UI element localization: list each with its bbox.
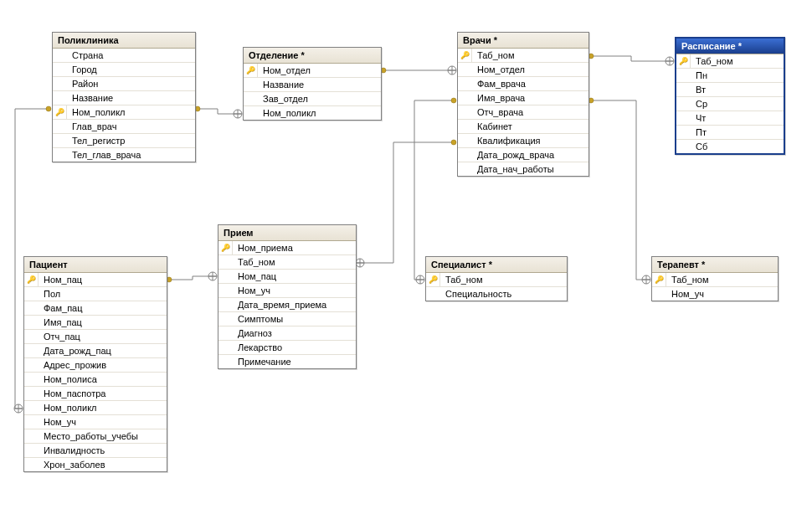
field-name: Дата_время_приема <box>233 298 356 311</box>
table-terapevt[interactable]: Терапевт *🔑Таб_номНом_уч <box>651 256 779 301</box>
field-row[interactable]: Имя_пац <box>24 316 167 330</box>
field-name: Таб_ном <box>666 273 778 286</box>
table-patient[interactable]: Пациент🔑Ном_пацПолФам_пацИмя_пацОтч_пацД… <box>23 256 167 472</box>
field-row[interactable]: Инвалидность <box>24 444 167 458</box>
table-title[interactable]: Отделение * <box>244 48 381 64</box>
field-row[interactable]: Название <box>244 78 381 92</box>
field-row[interactable]: Кабинет <box>458 120 588 134</box>
field-row[interactable]: 🔑Таб_ном <box>676 54 784 69</box>
table-title[interactable]: Пациент <box>24 257 167 273</box>
field-row[interactable]: Ном_уч <box>218 284 356 298</box>
field-row[interactable]: Место_работы_учебы <box>24 429 167 444</box>
field-name: Примечание <box>233 355 356 368</box>
field-name: Ном_приема <box>233 241 356 254</box>
field-row[interactable]: 🔑Ном_отдел <box>244 64 381 78</box>
field-name: Фам_врача <box>472 77 588 90</box>
table-title[interactable]: Врачи * <box>458 33 588 49</box>
field-row[interactable]: Лекарство <box>218 341 356 355</box>
field-row[interactable]: Дата_время_приема <box>218 298 356 312</box>
table-title[interactable]: Терапевт * <box>652 257 778 273</box>
field-row[interactable]: Ном_отдел <box>458 63 588 77</box>
field-name: Сб <box>691 140 784 153</box>
table-title[interactable]: Поликлиника <box>53 33 195 49</box>
field-row[interactable]: Ср <box>676 97 784 111</box>
field-row[interactable]: Название <box>53 91 195 105</box>
field-row[interactable]: Ном_уч <box>24 415 167 429</box>
field-row[interactable]: Ном_паспотра <box>24 387 167 401</box>
primary-key-icon: 🔑 <box>53 105 67 119</box>
svg-point-6 <box>46 106 51 111</box>
field-name: Ном_полиса <box>39 373 167 386</box>
field-name: Ном_уч <box>666 287 778 301</box>
field-row[interactable]: Тел_глав_врача <box>53 148 195 162</box>
field-name: Пт <box>691 126 784 139</box>
field-name: Название <box>258 78 381 91</box>
field-row[interactable]: Глав_врач <box>53 120 195 134</box>
field-row[interactable]: Фам_врача <box>458 77 588 91</box>
table-otdelenie[interactable]: Отделение *🔑Ном_отделНазваниеЗав_отделНо… <box>243 47 382 121</box>
field-row[interactable]: Диагноз <box>218 326 356 341</box>
field-name: Таб_ном <box>691 54 784 68</box>
field-row[interactable]: Пт <box>676 126 784 140</box>
table-vrachi[interactable]: Врачи *🔑Таб_номНом_отделФам_врачаИмя_вра… <box>457 32 589 177</box>
table-raspisanie[interactable]: Расписание *🔑Таб_номПнВтСрЧтПтСб <box>675 37 785 155</box>
table-title[interactable]: Расписание * <box>676 39 784 54</box>
field-name: Инвалидность <box>39 444 167 457</box>
field-name: Ном_уч <box>39 415 167 429</box>
field-name: Вт <box>691 83 784 96</box>
table-title[interactable]: Прием <box>218 225 356 241</box>
field-row[interactable]: Район <box>53 77 195 91</box>
field-row[interactable]: Ном_поликл <box>244 106 381 120</box>
field-row[interactable]: Город <box>53 63 195 77</box>
field-row[interactable]: 🔑Ном_поликл <box>53 105 195 120</box>
field-name: Фам_пац <box>39 301 167 315</box>
field-row[interactable]: Специальность <box>426 287 567 301</box>
field-name: Ном_пац <box>233 270 356 283</box>
field-row[interactable]: Сб <box>676 140 784 153</box>
field-row[interactable]: Ном_полиса <box>24 373 167 387</box>
field-row[interactable]: Отч_врача <box>458 105 588 120</box>
field-row[interactable]: Пол <box>24 287 167 301</box>
field-row[interactable]: 🔑Таб_ном <box>426 273 567 287</box>
field-name: Глав_врач <box>67 120 195 133</box>
primary-key-icon: 🔑 <box>458 49 472 62</box>
field-row[interactable]: Имя_врача <box>458 91 588 105</box>
field-name: Название <box>67 91 195 105</box>
field-row[interactable]: Таб_ном <box>218 255 356 270</box>
field-row[interactable]: Пн <box>676 69 784 83</box>
field-row[interactable]: Фам_пац <box>24 301 167 316</box>
field-row[interactable]: Вт <box>676 83 784 97</box>
primary-key-icon: 🔑 <box>652 273 666 286</box>
field-row[interactable]: Хрон_заболев <box>24 458 167 471</box>
field-row[interactable]: Дата_нач_работы <box>458 162 588 176</box>
table-specialist[interactable]: Специалист *🔑Таб_номСпециальность <box>425 256 568 301</box>
table-priem[interactable]: Прием🔑Ном_приемаТаб_номНом_пацНом_учДата… <box>218 224 357 369</box>
field-row[interactable]: Отч_пац <box>24 330 167 344</box>
field-name: Отч_врача <box>472 105 588 119</box>
field-name: Лекарство <box>233 341 356 354</box>
field-row[interactable]: 🔑Таб_ном <box>458 49 588 63</box>
table-title[interactable]: Специалист * <box>426 257 567 273</box>
field-name: Ном_отдел <box>258 64 381 77</box>
field-name: Дата_рожд_пац <box>39 344 167 357</box>
field-row[interactable]: Зав_отдел <box>244 92 381 106</box>
field-row[interactable]: 🔑Ном_приема <box>218 241 356 255</box>
field-row[interactable]: Примечание <box>218 355 356 368</box>
field-row[interactable]: Дата_рожд_врача <box>458 148 588 162</box>
field-row[interactable]: Дата_рожд_пац <box>24 344 167 358</box>
field-row[interactable]: Ном_поликл <box>24 401 167 415</box>
field-row[interactable]: Чт <box>676 111 784 126</box>
field-row[interactable]: Симптомы <box>218 312 356 326</box>
svg-point-3 <box>451 98 456 103</box>
table-poliklinika[interactable]: ПоликлиникаСтранаГородРайонНазвание🔑Ном_… <box>52 32 196 162</box>
field-name: Кабинет <box>472 120 588 133</box>
field-row[interactable]: Тел_регистр <box>53 134 195 148</box>
field-row[interactable]: Ном_уч <box>652 287 778 301</box>
primary-key-icon: 🔑 <box>426 273 440 286</box>
field-row[interactable]: Квалификация <box>458 134 588 148</box>
field-row[interactable]: 🔑Таб_ном <box>652 273 778 287</box>
field-row[interactable]: Адрес_прожив <box>24 358 167 373</box>
field-row[interactable]: Ном_пац <box>218 270 356 284</box>
field-row[interactable]: Страна <box>53 49 195 63</box>
field-row[interactable]: 🔑Ном_пац <box>24 273 167 287</box>
